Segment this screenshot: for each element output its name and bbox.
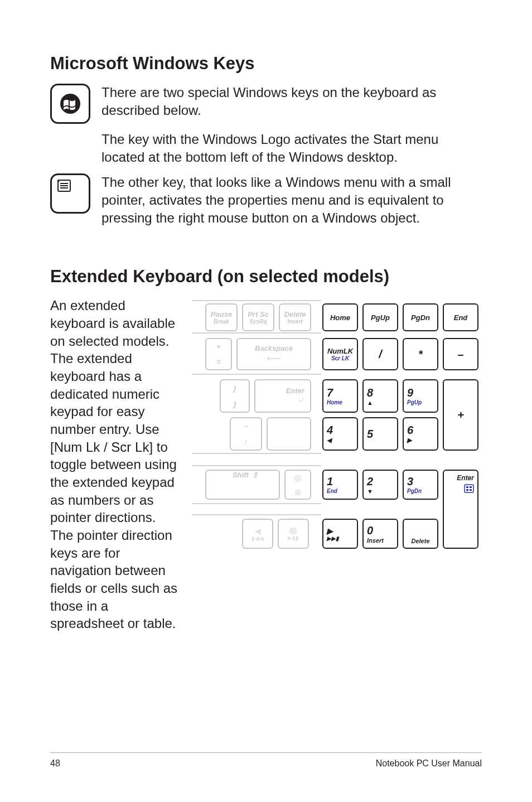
svg-rect-5 — [465, 485, 473, 492]
winkeys-para2: The key with the Windows Logo activates … — [101, 131, 482, 166]
extkb-para: An extended keyboard is available on sel… — [50, 297, 182, 632]
svg-rect-9 — [470, 489, 472, 491]
svg-rect-6 — [466, 486, 468, 488]
svg-rect-7 — [470, 486, 472, 488]
keypad-illustration: Pause Break Prt Sc SysRq Delete Insert +… — [192, 297, 482, 553]
windows-logo-key-icon — [50, 84, 90, 124]
winkeys-para1: There are two special Windows keys on th… — [101, 84, 482, 119]
page-footer: 48 Notebook PC User Manual — [50, 752, 482, 769]
page-number: 48 — [50, 758, 60, 769]
heading-winkeys: Microsoft Windows Keys — [50, 54, 482, 74]
svg-rect-8 — [466, 489, 468, 491]
winkeys-para3: The other key, that looks like a Windows… — [101, 173, 482, 226]
context-menu-key-icon — [50, 173, 90, 214]
heading-extkb: Extended Keyboard (on selected models) — [50, 267, 482, 287]
manual-title: Notebook PC User Manual — [376, 758, 482, 769]
